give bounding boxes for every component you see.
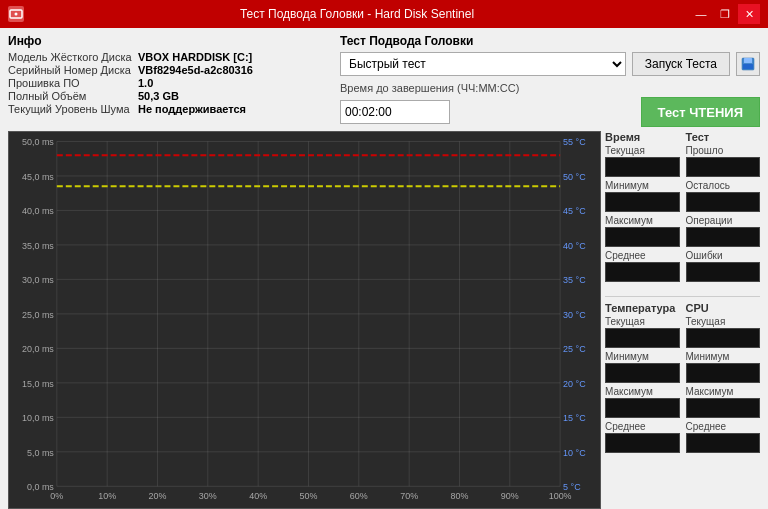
svg-text:35,0 ms: 35,0 ms [22,241,54,251]
test-type-select[interactable]: Быстрый тестПолный тест [340,52,626,76]
svg-text:45 °C: 45 °C [563,206,586,216]
svg-text:35 °C: 35 °C [563,275,586,285]
svg-text:20,0 ms: 20,0 ms [22,344,54,354]
svg-text:40,0 ms: 40,0 ms [22,206,54,216]
save-button[interactable] [736,52,760,76]
info-table: Модель Жёсткого ДискаVBOX HARDDISK [C:]С… [8,51,328,115]
info-label: Серийный Номер Диска [8,64,138,76]
top-section: Инфо Модель Жёсткого ДискаVBOX HARDDISK … [0,28,768,131]
minimize-button[interactable]: — [690,4,712,24]
stats-col: Операции [686,215,761,247]
stats-value-box [605,157,680,177]
stats-panel: ВремяТестТекущаяПрошлоМинимумОсталосьМак… [605,131,760,509]
main-content: Инфо Модель Жёсткого ДискаVBOX HARDDISK … [0,28,768,509]
test-controls: Быстрый тестПолный тест Запуск Теста [340,52,760,76]
stats-col1-header: Время [605,131,680,143]
stats-col: Минимум [605,180,680,212]
info-label: Прошивка ПО [8,77,138,89]
stats-cell-label: Среднее [605,250,680,261]
time-label: Время до завершения (ЧЧ:ММ:СС) [340,82,519,94]
stats-cell-label: Минимум [686,351,761,362]
stats-value-box [686,157,761,177]
time-value-row: Тест ЧТЕНИЯ [340,97,760,127]
svg-text:25 °C: 25 °C [563,344,586,354]
stats-cell-label: Текущая [686,316,761,327]
stats-cell-label: Осталось [686,180,761,191]
stats-col: Текущая [605,316,680,348]
info-panel: Инфо Модель Жёсткого ДискаVBOX HARDDISK … [8,34,328,127]
time-input[interactable] [340,100,450,124]
svg-rect-6 [9,133,600,506]
test-title: Тест Подвода Головки [340,34,760,48]
stats-col: Среднее [605,250,680,282]
svg-text:20 °C: 20 °C [563,379,586,389]
stats-col: Максимум [605,215,680,247]
svg-text:60%: 60% [350,491,368,501]
stats-row: МинимумОсталось [605,180,760,212]
stats-divider [605,296,760,297]
svg-text:10%: 10% [98,491,116,501]
restore-button[interactable]: ❐ [714,4,736,24]
stats-col: Максимум [686,386,761,418]
info-value: 1.0 [138,77,328,89]
stats-col: Прошло [686,145,761,177]
stats-cell-label: Среднее [686,421,761,432]
stats-col: Минимум [686,351,761,383]
info-title: Инфо [8,34,328,48]
stats-row: ТекущаяТекущая [605,316,760,348]
stats-section: ВремяТестТекущаяПрошлоМинимумОсталосьМак… [605,131,760,285]
stats-value-box [686,227,761,247]
svg-text:70%: 70% [400,491,418,501]
stats-value-box [686,262,761,282]
stats-value-box [686,398,761,418]
svg-text:80%: 80% [451,491,469,501]
svg-text:40 °C: 40 °C [563,241,586,251]
stats-cell-label: Максимум [605,215,680,226]
stats-cell-label: Минимум [605,180,680,191]
stats-cell-label: Операции [686,215,761,226]
info-value: VBf8294e5d-a2c80316 [138,64,328,76]
svg-text:15,0 ms: 15,0 ms [22,379,54,389]
stats-cell-label: Текущая [605,145,680,156]
svg-text:50%: 50% [300,491,318,501]
stats-col: Текущая [605,145,680,177]
stats-value-box [686,433,761,453]
stats-value-box [686,328,761,348]
svg-text:30%: 30% [199,491,217,501]
stats-value-box [605,262,680,282]
svg-text:50 °C: 50 °C [563,172,586,182]
stats-cell-label: Ошибки [686,250,761,261]
app-icon [8,6,24,22]
stats-row: СреднееОшибки [605,250,760,282]
info-value: Не поддерживается [138,103,328,115]
stats-col2-header: Тест [686,131,761,143]
info-value: VBOX HARDDISK [C:] [138,51,328,63]
svg-text:15 °C: 15 °C [563,413,586,423]
svg-text:100%: 100% [549,491,572,501]
svg-text:20%: 20% [149,491,167,501]
stats-col: Среднее [605,421,680,453]
bottom-section: 50,0 ms45,0 ms40,0 ms35,0 ms30,0 ms25,0 … [0,131,768,509]
read-test-button[interactable]: Тест ЧТЕНИЯ [641,97,760,127]
stats-row: МинимумМинимум [605,351,760,383]
stats-col: Осталось [686,180,761,212]
close-button[interactable]: ✕ [738,4,760,24]
svg-text:40%: 40% [249,491,267,501]
stats-value-box [605,192,680,212]
svg-rect-5 [743,64,753,69]
svg-rect-4 [744,58,752,63]
stats-cell-label: Максимум [605,386,680,397]
stats-cell-label: Максимум [686,386,761,397]
stats-cell-label: Текущая [605,316,680,327]
stats-col: Среднее [686,421,761,453]
svg-text:50,0 ms: 50,0 ms [22,137,54,147]
svg-text:55 °C: 55 °C [563,137,586,147]
svg-text:25,0 ms: 25,0 ms [22,310,54,320]
stats-value-box [605,363,680,383]
stats-col: Минимум [605,351,680,383]
start-test-button[interactable]: Запуск Теста [632,52,730,76]
svg-text:30 °C: 30 °C [563,310,586,320]
stats-section: ТемператураCPUТекущаяТекущаяМинимумМиним… [605,302,760,456]
svg-text:45,0 ms: 45,0 ms [22,172,54,182]
svg-point-2 [15,13,18,16]
